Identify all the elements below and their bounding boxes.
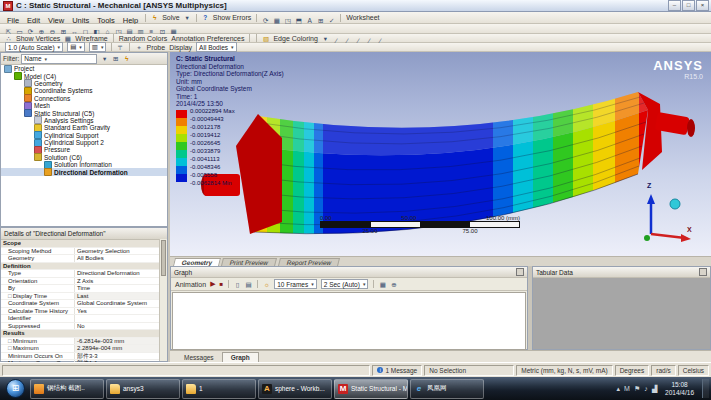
bottom-tab[interactable]: Graph (222, 352, 259, 362)
tree-item[interactable]: Solution Information (1, 161, 167, 168)
hidden-icons-chevron[interactable]: ▴ (617, 385, 621, 393)
filter-flat-icon[interactable]: ⊞ (111, 54, 120, 63)
result-sets-icon[interactable]: ▤ (244, 280, 253, 289)
details-row[interactable]: Calculate Time History Yes (1, 308, 161, 316)
zoom-fit-icon[interactable]: ⊕ (389, 280, 398, 289)
tree-item[interactable]: Cylindrical Support (1, 132, 167, 139)
details-row[interactable]: Maximum 2.2894e-004 mm (1, 345, 161, 353)
close-button[interactable]: × (696, 0, 709, 11)
details-row-label: Maximum (1, 345, 75, 352)
maximize-button[interactable]: □ (682, 0, 695, 11)
section-plane-icon[interactable]: 〒 (116, 43, 125, 52)
details-row-value: All Bodies (75, 255, 161, 262)
frames-select[interactable]: 10 Frames▾ (274, 279, 317, 289)
taskbar-clock[interactable]: 15:08 2014/4/16 (665, 381, 694, 396)
show-errors-button[interactable]: Show Errors (211, 14, 254, 21)
worksheet-button[interactable]: Worksheet (344, 14, 381, 21)
details-row[interactable]: Geometry All Bodies (1, 255, 161, 263)
tree-item[interactable]: Pressure (1, 146, 167, 153)
details-row[interactable]: Definition (1, 263, 161, 271)
pin-icon[interactable] (699, 268, 707, 276)
tree-item[interactable]: Solution (C6) (1, 154, 167, 161)
scale-ruler: 0.00 50.00 100.00 (mm) 25.00 75.00 (320, 215, 520, 234)
tree-item[interactable]: Connections (1, 95, 167, 102)
wireframe-button[interactable]: Wireframe (73, 35, 109, 42)
filter-select[interactable]: Name▾ (21, 54, 97, 64)
minimize-button[interactable]: – (668, 0, 681, 11)
status-messages[interactable]: i 1 Message (372, 365, 422, 376)
edge-coloring-dropdown-icon[interactable]: ▾ (321, 34, 330, 43)
solve-dropdown-icon[interactable]: ▾ (183, 13, 192, 22)
taskbar-item[interactable]: Static Structural - Mecha... (334, 379, 408, 399)
tree-item[interactable]: Project (1, 65, 167, 72)
view-tab[interactable]: Print Preview (221, 258, 277, 266)
edge-display-select[interactable]: ▥▾ (89, 42, 107, 52)
graphics-viewport[interactable]: C: Static StructuralDirectional Deformat… (170, 52, 711, 256)
tree-item[interactable]: Cylindrical Support 2 (1, 139, 167, 146)
annotation-line: Type: Directional Deformation(Z Axis) (176, 70, 284, 78)
edge-coloring-button[interactable]: Edge Coloring (271, 35, 319, 42)
view-tab[interactable]: Geometry (173, 258, 221, 266)
legend-value: -0.005558 (190, 171, 235, 179)
tree-item[interactable]: Analysis Settings (1, 117, 167, 124)
tree-item[interactable]: Directional Deformation (1, 168, 167, 175)
pin-icon[interactable] (516, 268, 524, 276)
duration-select[interactable]: 2 Sec (Auto)▾ (321, 279, 369, 289)
display-select[interactable]: All Bodies▾ (196, 42, 236, 52)
show-desktop-button[interactable] (702, 379, 709, 398)
export-video-icon[interactable]: ▦ (378, 280, 387, 289)
distributed-frames-icon[interactable]: ▯ (233, 280, 242, 289)
details-row-label: Scope (1, 240, 21, 247)
bottom-tab[interactable]: Messages (176, 353, 222, 362)
tree-item-label: Solution Information (54, 161, 112, 168)
result-scale-select[interactable]: 1.0 (Auto Scale)▾ (5, 42, 63, 52)
annotation-preferences-button[interactable]: Annotation Preferences (169, 35, 246, 42)
tree-item[interactable]: Static Structural (C5) (1, 109, 167, 116)
details-row[interactable]: Minimum Occurs On 部件3-3 (1, 353, 161, 361)
taskbar-item[interactable]: 1 (182, 379, 256, 399)
details-row[interactable]: Minimum -6.2814e-003 mm (1, 338, 161, 346)
details-row[interactable]: Coordinate System Global Coordinate Syst… (1, 300, 161, 308)
details-row[interactable]: Scope (1, 240, 161, 248)
details-row-value: No (75, 323, 161, 330)
outline-filter-bar: Filter: Name▾ ▾ ⊞ ϟ (1, 53, 167, 65)
play-icon[interactable]: ▶ (210, 280, 215, 288)
details-row-value: Yes (75, 308, 161, 315)
details-row[interactable]: Display Time Last (1, 293, 161, 301)
animation-toolbar: Animation ▶ ■ ▯ ▤ ☼ 10 Frames▾ 2 Sec (Au… (171, 278, 527, 291)
taskbar-item[interactable]: sphere - Workb... (258, 379, 332, 399)
graph-plot-area[interactable] (172, 292, 526, 350)
taskbar-item[interactable]: ansys3 (106, 379, 180, 399)
show-vertices-button[interactable]: Show Vertices (14, 35, 62, 42)
view-tab[interactable]: Report Preview (278, 258, 340, 266)
tree-item[interactable]: Standard Earth Gravity (1, 124, 167, 131)
contour-display-select[interactable]: ▤▾ (67, 42, 85, 52)
taskbar-item-label: 1 (199, 385, 203, 392)
details-row[interactable]: Identifier (1, 315, 161, 323)
triad[interactable]: Z X (623, 186, 693, 248)
probe-button[interactable]: Probe (144, 44, 167, 51)
filter-expand-icon[interactable]: ▾ (100, 54, 109, 63)
ime-icon[interactable]: M (624, 385, 630, 392)
network-icon[interactable]: ▟ (652, 385, 657, 393)
stop-icon[interactable]: ■ (220, 281, 224, 287)
details-row[interactable]: Scoping Method Geometry Selection (1, 248, 161, 256)
start-button[interactable]: ⊞ (6, 379, 25, 398)
filter-flash-icon[interactable]: ϟ (122, 54, 131, 63)
details-row[interactable]: Results (1, 330, 161, 338)
random-colors-button[interactable]: Random Colors (117, 35, 170, 42)
details-row[interactable]: Suppressed No (1, 323, 161, 331)
details-row[interactable]: Orientation Z Axis (1, 278, 161, 286)
taskbar-item[interactable]: 钢结构 截图.. (30, 379, 104, 399)
details-row-value: Geometry Selection (75, 248, 161, 255)
details-row[interactable]: Type Directional Deformation (1, 270, 161, 278)
details-row[interactable]: By Time (1, 285, 161, 293)
annotation-line: Global Coordinate System (176, 85, 284, 93)
details-grid: Scope Scoping Method Geometry Selection … (1, 240, 161, 362)
display-label: Display (167, 44, 194, 51)
taskbar-item[interactable]: 凤凰网 (410, 379, 484, 399)
volume-icon[interactable]: ♪ (644, 385, 648, 392)
details-row-label: Coordinate System (1, 300, 75, 307)
action-center-icon[interactable]: ⚑ (634, 385, 640, 393)
details-scrollbar[interactable] (159, 239, 167, 361)
